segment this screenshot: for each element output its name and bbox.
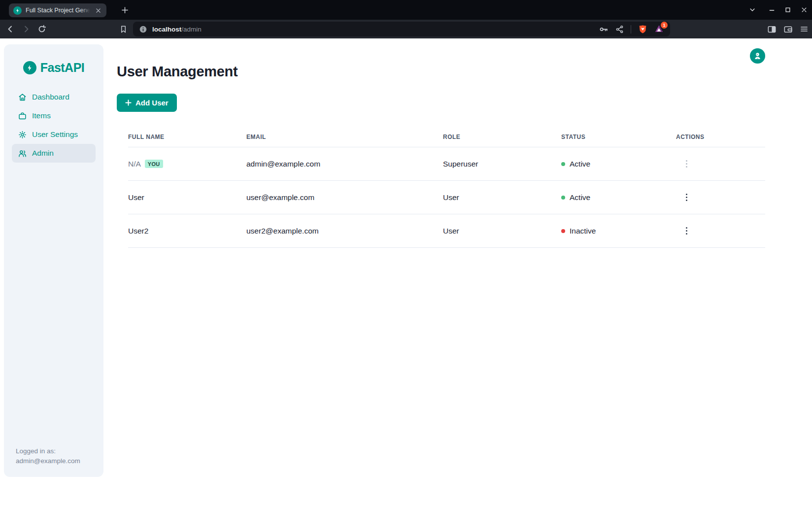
status-dot (561, 162, 565, 166)
bookmark-icon[interactable] (118, 24, 129, 34)
status-dot (561, 196, 565, 200)
close-window-icon[interactable] (799, 5, 809, 15)
table-row: User2 user2@example.com User Inactive (128, 214, 765, 248)
menu-icon[interactable] (799, 24, 810, 34)
fastapi-logo-icon (23, 61, 36, 74)
home-icon (18, 93, 27, 101)
sidebar-item-label: User Settings (32, 130, 78, 139)
sidebar-item-user-settings[interactable]: User Settings (12, 125, 96, 144)
add-user-button[interactable]: Add User (117, 94, 177, 112)
sidebar-item-label: Items (32, 111, 51, 120)
new-tab-button[interactable] (120, 5, 130, 15)
users-icon (18, 149, 27, 158)
url-host: localhost (152, 26, 181, 33)
tab-title: Full Stack Project Genera (26, 7, 90, 14)
user-full-name: User2 (128, 214, 246, 248)
user-email: admin@example.com (246, 147, 443, 181)
tab-close-icon[interactable] (94, 6, 102, 14)
logged-in-label: Logged in as: (16, 446, 80, 456)
status-label: Active (570, 193, 590, 202)
table-header-row: FULL NAME EMAIL ROLE STATUS ACTIONS (128, 126, 765, 147)
user-full-name: N/A (128, 160, 141, 168)
users-table: FULL NAME EMAIL ROLE STATUS ACTIONS N/AY… (117, 126, 765, 248)
briefcase-icon (18, 112, 27, 120)
wallet-icon[interactable] (782, 24, 793, 34)
col-actions: ACTIONS (676, 126, 765, 147)
user-role: Superuser (443, 147, 561, 181)
sidebar-item-dashboard[interactable]: Dashboard (12, 88, 96, 106)
table-row: N/AYOU admin@example.com Superuser Activ… (128, 147, 765, 181)
sidebar-item-items[interactable]: Items (12, 106, 96, 125)
sidebar: FastAPI Dashboard Items User Settings (4, 44, 103, 477)
fastapi-logo: FastAPI (4, 61, 103, 75)
fastapi-logo-text: FastAPI (40, 61, 85, 75)
window-controls (741, 0, 809, 20)
logged-in-email: admin@example.com (16, 456, 80, 466)
browser-toolbar: localhost/admin 1 (0, 20, 812, 38)
back-icon[interactable] (5, 24, 16, 34)
row-actions-menu[interactable] (682, 224, 691, 237)
row-actions-menu[interactable] (682, 191, 691, 204)
sidebar-item-label: Admin (32, 149, 54, 158)
user-role: User (443, 181, 561, 214)
col-role: ROLE (443, 126, 561, 147)
browser-tab-bar: Full Stack Project Genera (0, 0, 812, 20)
user-full-name: User (128, 181, 246, 214)
sidebar-nav: Dashboard Items User Settings Admin (4, 88, 103, 163)
tab-search-icon[interactable] (747, 5, 757, 15)
share-icon[interactable] (615, 25, 624, 34)
sidebar-item-label: Dashboard (32, 93, 69, 101)
site-info-icon[interactable] (139, 25, 147, 34)
rewards-notification-badge: 1 (661, 22, 668, 29)
user-email: user2@example.com (246, 214, 443, 248)
status-label: Active (570, 160, 590, 168)
gear-icon (18, 131, 27, 139)
plus-icon (125, 100, 132, 106)
col-status: STATUS (561, 126, 676, 147)
page-title: User Management (117, 63, 772, 80)
user-email: user@example.com (246, 181, 443, 214)
user-role: User (443, 214, 561, 248)
col-email: EMAIL (246, 126, 443, 147)
table-row: User user@example.com User Active (128, 181, 765, 214)
col-full-name: FULL NAME (128, 126, 246, 147)
minimize-icon[interactable] (767, 5, 777, 15)
status-dot (561, 229, 565, 233)
add-user-label: Add User (135, 99, 169, 107)
maximize-icon[interactable] (783, 5, 793, 15)
sidebar-item-admin[interactable]: Admin (12, 144, 96, 163)
sidebar-panel-icon[interactable] (766, 24, 777, 34)
app-page: FastAPI Dashboard Items User Settings (0, 38, 812, 505)
toolbar-divider (631, 25, 631, 34)
you-badge: YOU (145, 160, 163, 168)
reload-icon[interactable] (36, 24, 47, 34)
brave-rewards-icon[interactable]: 1 (654, 24, 664, 34)
url-path: /admin (181, 26, 202, 33)
forward-icon[interactable] (21, 24, 32, 34)
brave-shield-icon[interactable] (638, 25, 647, 34)
row-actions-menu (682, 157, 691, 170)
main-content: User Management Add User FULL NAME EMAIL… (117, 38, 772, 248)
status-label: Inactive (570, 227, 596, 236)
password-key-icon[interactable] (599, 25, 609, 34)
fastapi-favicon-icon (13, 6, 22, 15)
browser-tab[interactable]: Full Stack Project Genera (9, 3, 106, 17)
address-bar[interactable]: localhost/admin 1 (133, 22, 670, 36)
logged-in-footer: Logged in as: admin@example.com (16, 446, 80, 466)
